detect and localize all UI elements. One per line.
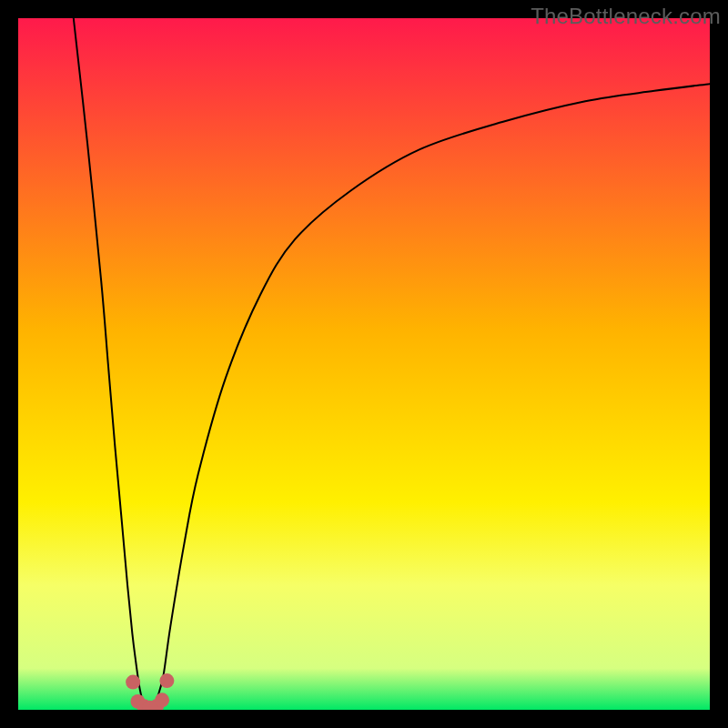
marker-point (159, 673, 174, 688)
chart-frame: TheBottleneck.com (0, 0, 728, 728)
plot-area (18, 18, 710, 710)
gradient-background (18, 18, 710, 710)
watermark-text: TheBottleneck.com (531, 4, 721, 29)
bottleneck-chart (18, 18, 710, 710)
marker-point (155, 693, 169, 707)
marker-point (126, 675, 140, 690)
